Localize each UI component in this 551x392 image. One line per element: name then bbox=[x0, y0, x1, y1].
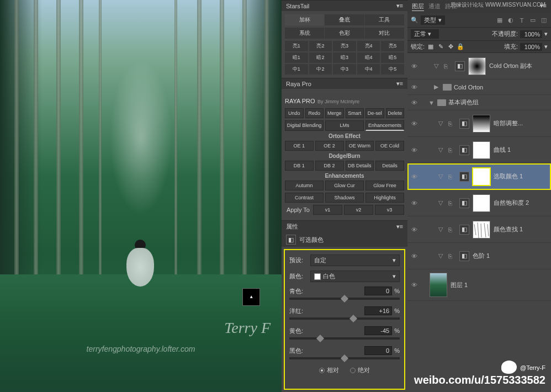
lock-pixels-icon[interactable]: ✎ bbox=[437, 43, 444, 51]
stars-tab[interactable]: 叠底 bbox=[325, 14, 364, 25]
visibility-icon[interactable]: 👁 bbox=[410, 226, 418, 233]
raya-button[interactable]: OE 2 bbox=[315, 141, 344, 151]
visibility-icon[interactable]: 👁 bbox=[410, 282, 418, 288]
visibility-icon[interactable]: 👁 bbox=[410, 99, 418, 106]
slider-thumb[interactable] bbox=[349, 315, 357, 322]
stars-cell[interactable]: 亮2 bbox=[309, 41, 332, 51]
layer-name[interactable]: 图层 1 bbox=[451, 281, 549, 289]
layer-name[interactable]: 基本调色组 bbox=[448, 98, 549, 107]
layer-row[interactable]: 👁 ▽ ⎘ ◧ 曲线 1 bbox=[407, 137, 551, 163]
raya-button[interactable]: Glow Free bbox=[365, 181, 404, 190]
adjustment-icon[interactable]: ◧ bbox=[455, 61, 465, 71]
layer-row[interactable]: 👁 图层 1 bbox=[407, 269, 551, 301]
stars-tab[interactable]: 工具 bbox=[365, 14, 404, 25]
stars-cell[interactable]: 暗3 bbox=[333, 52, 356, 63]
visibility-icon[interactable]: 👁 bbox=[410, 173, 418, 180]
stars-cell[interactable]: 亮3 bbox=[333, 41, 356, 51]
stars-cell[interactable]: 暗1 bbox=[285, 52, 308, 63]
layer-row[interactable]: 👁 ▽ ⎘ ◧ ▲ 色阶 1 bbox=[407, 243, 551, 269]
slider-track[interactable] bbox=[289, 357, 400, 359]
raya-button[interactable]: Highlights bbox=[365, 193, 404, 203]
dropdown-icon[interactable]: ▾ bbox=[544, 43, 548, 50]
raya-button[interactable]: DB 1 bbox=[285, 161, 314, 171]
adjustment-icon[interactable]: ◧ bbox=[459, 198, 469, 208]
blend-mode-select[interactable]: 正常 ▾ bbox=[411, 29, 439, 39]
panel-menu-icon[interactable]: ▾≡ bbox=[396, 2, 403, 9]
raya-button[interactable]: Details bbox=[375, 161, 404, 171]
slider-track[interactable] bbox=[289, 317, 400, 320]
filter-type-icon[interactable]: T bbox=[518, 17, 526, 24]
lock-transparency-icon[interactable]: ▦ bbox=[427, 43, 435, 51]
dropdown-icon[interactable]: ▾ bbox=[544, 30, 548, 38]
adjustment-icon[interactable]: ◧ bbox=[459, 225, 469, 235]
raya-button[interactable]: DB Details bbox=[346, 161, 374, 171]
raya-button[interactable]: Redo bbox=[305, 108, 324, 118]
layer-mask[interactable] bbox=[473, 141, 490, 159]
disclosure-icon[interactable]: ▽ bbox=[438, 226, 445, 233]
stars-tab[interactable]: 加杯 bbox=[285, 14, 324, 25]
layer-row[interactable]: 👁 ▽ ⎘ ◧ 暗部调整... bbox=[407, 110, 551, 137]
layer-row[interactable]: 👁 ▽ ⎘ ◧ Cold Orton 副本 bbox=[407, 53, 551, 80]
raya-button[interactable]: De-sel bbox=[365, 108, 384, 118]
layer-name[interactable]: 色阶 1 bbox=[473, 252, 549, 260]
raya-button[interactable]: Undo bbox=[285, 108, 304, 118]
layer-row[interactable]: 👁 ▼ 基本调色组 bbox=[407, 95, 551, 110]
raya-button[interactable]: OE 1 bbox=[285, 141, 314, 151]
relative-radio[interactable]: 相对 bbox=[319, 366, 339, 374]
layer-name[interactable]: 颜色查找 1 bbox=[494, 225, 549, 234]
panel-menu-icon[interactable]: ▾≡ bbox=[396, 223, 403, 230]
layer-row[interactable]: 👁 ▽ ⎘ ◧ 选取颜色 1 bbox=[407, 163, 551, 190]
raya-button[interactable]: DB 2 bbox=[315, 161, 344, 171]
raya-button[interactable]: OE Cold bbox=[375, 141, 404, 151]
layer-mask[interactable] bbox=[473, 168, 490, 186]
adjustment-icon[interactable]: ◧ bbox=[459, 145, 469, 155]
slider-value[interactable]: -45 bbox=[364, 326, 392, 335]
disclosure-icon[interactable]: ▽ bbox=[438, 173, 445, 180]
filter-type-select[interactable]: 类型▾ bbox=[421, 15, 445, 25]
raya-button[interactable]: OE Warm bbox=[346, 141, 374, 151]
stars-cell[interactable]: 中5 bbox=[381, 64, 404, 75]
filter-shape-icon[interactable]: ▭ bbox=[529, 17, 537, 24]
absolute-radio[interactable]: 绝对 bbox=[350, 366, 370, 374]
opacity-input[interactable]: 100% bbox=[520, 30, 542, 38]
raya-button[interactable]: Shadows bbox=[325, 193, 364, 203]
adjustment-type-icon[interactable]: ◧ bbox=[286, 235, 296, 245]
raya-button[interactable]: Glow Cur bbox=[325, 181, 364, 190]
slider-value[interactable]: 0 bbox=[364, 346, 392, 355]
disclosure-icon[interactable]: ▽ bbox=[438, 199, 445, 206]
layer-mask[interactable] bbox=[473, 194, 490, 212]
adjustment-icon[interactable]: ◧ bbox=[459, 172, 469, 182]
stars-cell[interactable]: 暗4 bbox=[357, 52, 380, 63]
visibility-icon[interactable]: 👁 bbox=[410, 84, 418, 91]
channels-tab[interactable]: 通道 bbox=[428, 2, 441, 11]
slider-thumb[interactable] bbox=[341, 295, 348, 303]
slider-value[interactable]: +16 bbox=[364, 306, 392, 315]
preset-select[interactable]: 自定▾ bbox=[310, 255, 400, 266]
link-icon[interactable]: ⎘ bbox=[448, 226, 456, 233]
slider-track[interactable] bbox=[289, 337, 400, 340]
disclosure-icon[interactable]: ▼ bbox=[428, 99, 435, 106]
slider-track[interactable] bbox=[289, 298, 400, 300]
layer-name[interactable]: 暗部调整... bbox=[494, 119, 549, 128]
adjustment-icon[interactable]: ◧ bbox=[459, 251, 469, 261]
raya-button[interactable]: LMs bbox=[325, 120, 364, 131]
visibility-icon[interactable]: 👁 bbox=[410, 147, 418, 153]
stars-cell[interactable]: 中1 bbox=[285, 64, 308, 75]
lock-position-icon[interactable]: ✥ bbox=[447, 43, 454, 51]
visibility-icon[interactable]: 👁 bbox=[410, 200, 418, 206]
raya-button[interactable]: Smart bbox=[346, 108, 364, 118]
raya-button[interactable]: Enhancements bbox=[365, 120, 404, 131]
link-icon[interactable]: ⎘ bbox=[448, 200, 456, 206]
raya-button[interactable]: Delete bbox=[386, 108, 405, 118]
visibility-icon[interactable]: 👁 bbox=[410, 63, 418, 70]
fill-input[interactable]: 100% bbox=[520, 43, 542, 51]
layer-row[interactable]: 👁 ▽ ⎘ ◧ 自然饱和度 2 bbox=[407, 190, 551, 216]
stars-cell[interactable]: 亮5 bbox=[381, 41, 404, 51]
link-icon[interactable]: ⎘ bbox=[448, 120, 456, 127]
layers-tab[interactable]: 图层 bbox=[412, 2, 424, 11]
layer-name[interactable]: Cold Orton 副本 bbox=[489, 62, 549, 70]
layer-mask[interactable] bbox=[473, 115, 490, 133]
raya-button[interactable]: Digital Blending bbox=[285, 120, 324, 131]
apply-opt[interactable]: v3 bbox=[375, 205, 404, 215]
visibility-icon[interactable]: 👁 bbox=[410, 253, 418, 259]
